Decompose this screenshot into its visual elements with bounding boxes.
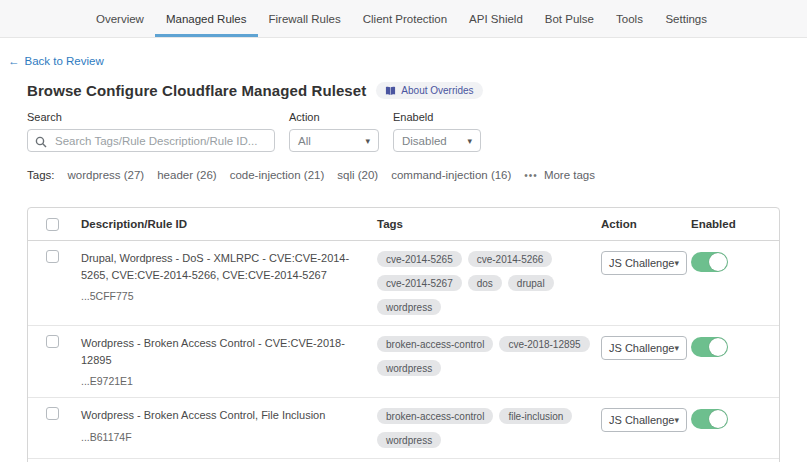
- tags-bar: Tags: wordpress (27)header (26)code-inje…: [27, 169, 807, 181]
- search-icon: [35, 134, 47, 152]
- tag-pill: drupal: [508, 275, 554, 291]
- rule-description: Wordpress - Broken Access Control - CVE:…: [81, 335, 377, 368]
- action-select-value: JS Challenge: [609, 257, 674, 269]
- arrow-left-icon: ←: [8, 55, 20, 67]
- tag-pill: dos: [468, 275, 502, 291]
- filter-bar: Search Action All ▾ Enabeld Disabled ▾: [27, 111, 807, 152]
- search-label: Search: [27, 111, 275, 123]
- tab-bot-pulse[interactable]: Bot Pulse: [534, 0, 605, 37]
- tab-tools[interactable]: Tools: [605, 0, 654, 37]
- enabled-toggle[interactable]: [691, 252, 728, 272]
- tag-filter-wordpress-27[interactable]: wordpress (27): [68, 169, 145, 181]
- more-tags-label: More tags: [544, 169, 595, 181]
- tag-pill: wordpress: [377, 360, 441, 376]
- tag-pill: wordpress: [377, 299, 441, 315]
- chevron-down-icon: ▾: [467, 136, 472, 146]
- table-header-row: Description/Rule ID Tags Action Enabled: [28, 208, 779, 241]
- chevron-down-icon: ▾: [365, 136, 370, 146]
- enabled-filter-group: Enabeld Disabled ▾: [393, 111, 481, 152]
- chevron-down-icon: ▾: [674, 258, 679, 268]
- back-link-label: Back to Review: [25, 55, 104, 67]
- row-checkbox-cell: [28, 250, 81, 263]
- rule-id: ...E9721E1: [81, 375, 377, 387]
- rule-id: ...B61174F: [81, 431, 377, 443]
- about-overrides-badge[interactable]: About Overrides: [376, 82, 482, 99]
- tag-pill: broken-access-control: [377, 336, 493, 352]
- tab-client-protection[interactable]: Client Protection: [352, 0, 458, 37]
- rules-table: Description/Rule ID Tags Action Enabled …: [27, 207, 780, 462]
- tab-managed-rules[interactable]: Managed Rules: [155, 0, 258, 37]
- rule-id: ...5CFF775: [81, 290, 377, 302]
- tag-filter-sqli-20[interactable]: sqli (20): [337, 169, 378, 181]
- tab-settings[interactable]: Settings: [665, 0, 707, 37]
- rule-tags-cell: cve-2014-5265cve-2014-5266cve-2014-5267d…: [377, 251, 601, 315]
- col-header-description: Description/Rule ID: [81, 218, 377, 230]
- ellipsis-icon: •••: [524, 170, 538, 181]
- tag-filter-links: wordpress (27)header (26)code-injection …: [68, 169, 512, 181]
- tag-pill: broken-access-control: [377, 408, 493, 424]
- table-row: Wordpress - Broken Access Control, File …: [28, 398, 779, 459]
- row-checkbox[interactable]: [46, 407, 59, 420]
- rule-tags-cell: broken-access-controlfile-inclusionwordp…: [377, 408, 601, 448]
- more-tags-link[interactable]: ••• More tags: [524, 169, 595, 181]
- rule-description: Drupal, Wordpress - DoS - XMLRPC - CVE:C…: [81, 250, 377, 283]
- rule-description-cell: Drupal, Wordpress - DoS - XMLRPC - CVE:C…: [81, 250, 377, 302]
- col-header-tags: Tags: [377, 218, 601, 230]
- rule-description-cell: Wordpress - Broken Access Control, File …: [81, 407, 377, 443]
- tag-pill: cve-2014-5266: [468, 251, 553, 267]
- rule-action-cell: JS Challenge▾: [601, 250, 691, 275]
- action-select-value: JS Challenge: [609, 414, 674, 426]
- action-select[interactable]: JS Challenge▾: [601, 408, 687, 432]
- row-checkbox-cell: [28, 335, 81, 348]
- managed-ruleset-page: OverviewManaged RulesFirewall RulesClien…: [0, 0, 807, 462]
- search-group: Search: [27, 111, 275, 152]
- action-select[interactable]: JS Challenge▾: [601, 336, 687, 360]
- tab-api-shield[interactable]: API Shield: [458, 0, 534, 37]
- back-to-review-link[interactable]: ← Back to Review: [8, 55, 104, 67]
- tab-overview[interactable]: Overview: [85, 0, 155, 37]
- tag-pill: wordpress: [377, 432, 441, 448]
- tag-pill: cve-2014-5265: [377, 251, 462, 267]
- action-filter-select[interactable]: All ▾: [289, 129, 379, 152]
- about-overrides-label: About Overrides: [401, 85, 473, 96]
- tags-bar-label: Tags:: [27, 169, 55, 181]
- tag-pill: cve-2014-5267: [377, 275, 462, 291]
- rule-description: Wordpress - Broken Access Control, File …: [81, 407, 377, 424]
- search-input[interactable]: [27, 129, 275, 152]
- toggle-knob: [709, 338, 727, 356]
- enabled-filter-label: Enabeld: [393, 111, 481, 123]
- row-checkbox-cell: [28, 407, 81, 420]
- table-row: Drupal, Wordpress - DoS - XMLRPC - CVE:C…: [28, 241, 779, 326]
- chevron-down-icon: ▾: [674, 343, 679, 353]
- table-body: Drupal, Wordpress - DoS - XMLRPC - CVE:C…: [28, 241, 779, 462]
- action-filter-value: All: [298, 135, 311, 147]
- page-title: Browse Configure Cloudflare Managed Rule…: [27, 82, 366, 99]
- rule-tags-cell: broken-access-controlcve-2018-12895wordp…: [377, 336, 601, 376]
- tab-firewall-rules[interactable]: Firewall Rules: [258, 0, 352, 37]
- tag-filter-code-injection-21[interactable]: code-injection (21): [230, 169, 325, 181]
- tag-filter-command-injection-16[interactable]: command-injection (16): [391, 169, 511, 181]
- tag-filter-header-26[interactable]: header (26): [157, 169, 216, 181]
- table-row: Wordpress - Broken Access Control - CVE:…: [28, 326, 779, 398]
- enabled-toggle[interactable]: [691, 409, 728, 429]
- action-filter-label: Action: [289, 111, 379, 123]
- enabled-filter-value: Disabled: [402, 135, 447, 147]
- enabled-toggle[interactable]: [691, 337, 728, 357]
- row-checkbox[interactable]: [46, 250, 59, 263]
- rule-enabled-cell: [691, 407, 777, 429]
- toggle-knob: [709, 410, 727, 428]
- rule-enabled-cell: [691, 335, 777, 357]
- chevron-down-icon: ▾: [674, 415, 679, 425]
- rule-description-cell: Wordpress - Broken Access Control - CVE:…: [81, 335, 377, 387]
- top-nav: OverviewManaged RulesFirewall RulesClien…: [0, 0, 807, 38]
- rule-action-cell: JS Challenge▾: [601, 407, 691, 432]
- col-header-enabled: Enabled: [691, 218, 777, 230]
- book-icon: [385, 86, 396, 96]
- col-header-action: Action: [601, 218, 691, 230]
- action-select-value: JS Challenge: [609, 342, 674, 354]
- toggle-knob: [709, 253, 727, 271]
- action-select[interactable]: JS Challenge▾: [601, 251, 687, 275]
- row-checkbox[interactable]: [46, 335, 59, 348]
- enabled-filter-select[interactable]: Disabled ▾: [393, 129, 481, 152]
- select-all-checkbox[interactable]: [46, 218, 59, 231]
